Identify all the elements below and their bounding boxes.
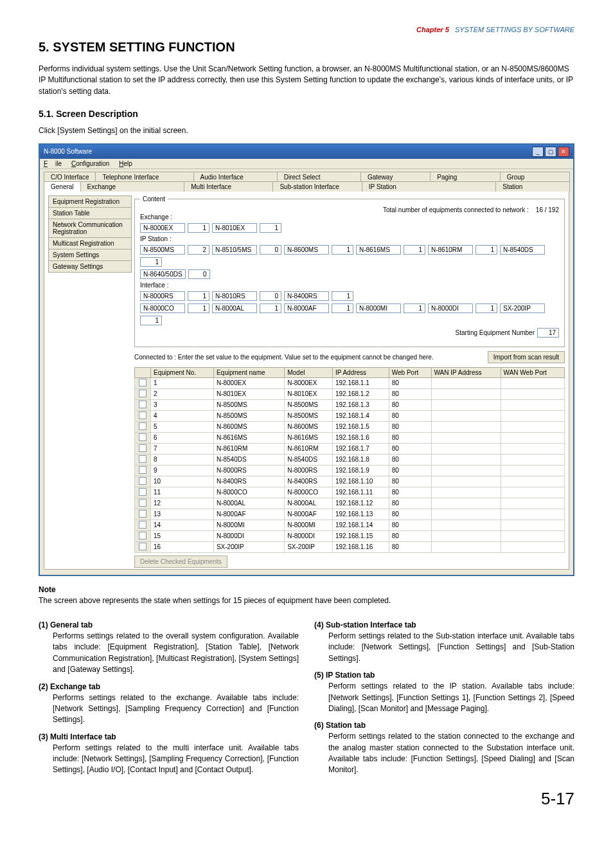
count-input[interactable]: 1 (188, 223, 209, 233)
tab-gateway[interactable]: Gateway (360, 172, 431, 182)
col-wan-port[interactable]: WAN Web Port (501, 367, 564, 377)
close-button[interactable]: ✕ (558, 147, 569, 157)
row-checkbox[interactable] (135, 476, 151, 487)
cell-no: 4 (151, 410, 214, 421)
tab-audio-interface[interactable]: Audio Interface (193, 172, 278, 182)
row-checkbox[interactable] (135, 465, 151, 476)
row-checkbox[interactable] (135, 454, 151, 465)
cell-name: SX-200IP (213, 541, 284, 552)
table-row[interactable]: 4N-8500MSN-8500MS192.168.1.480 (135, 410, 565, 421)
row-checkbox[interactable] (135, 377, 151, 388)
count-input[interactable]: 1 (332, 245, 353, 255)
row-checkbox[interactable] (135, 498, 151, 509)
count-input[interactable]: 1 (260, 223, 281, 233)
count-input[interactable]: 2 (188, 245, 209, 255)
cell-no: 15 (151, 530, 214, 541)
row-checkbox[interactable] (135, 520, 151, 530)
row-checkbox[interactable] (135, 487, 151, 498)
tab-exchange[interactable]: Exchange (80, 181, 185, 192)
table-row[interactable]: 9N-8000RSN-8000RS192.168.1.980 (135, 465, 565, 476)
row-checkbox[interactable] (135, 421, 151, 432)
minimize-button[interactable]: _ (532, 147, 544, 157)
menu-configuration[interactable]: Configuration (71, 160, 110, 167)
sidebar-item-system-settings[interactable]: System Settings (48, 249, 132, 260)
count-input[interactable]: 1 (404, 245, 425, 255)
table-row[interactable]: 8N-8540DSN-8540DS192.168.1.880 (135, 454, 565, 465)
row-checkbox[interactable] (135, 541, 151, 552)
table-row[interactable]: 15N-8000DIN-8000DI192.168.1.1580 (135, 530, 565, 541)
tab-telephone-interface[interactable]: Telephone Interface (95, 172, 193, 182)
cell-port: 80 (389, 454, 431, 465)
sec4-body: Perform settings related to the Sub-stat… (328, 631, 574, 664)
sidebar-item-equipment-registration[interactable]: Equipment Registration (48, 195, 132, 207)
row-checkbox[interactable] (135, 399, 151, 410)
tab-station[interactable]: Station (495, 181, 570, 192)
table-row[interactable]: 1N-8000EXN-8000EX192.168.1.180 (135, 377, 565, 388)
table-row[interactable]: 12N-8000ALN-8000AL192.168.1.1280 (135, 498, 565, 509)
connected-text: Connected to : Enter the set value to th… (134, 354, 481, 361)
menu-help[interactable]: Help (119, 160, 132, 167)
tab-group[interactable]: Group (500, 172, 570, 182)
cell-wan-ip (431, 410, 501, 421)
row-checkbox[interactable] (135, 410, 151, 421)
tab-ip-station[interactable]: IP Station (362, 181, 497, 192)
col-equip-no[interactable]: Equipment No. (151, 367, 214, 377)
count-input[interactable]: 1 (188, 291, 209, 301)
count-input[interactable]: 1 (140, 257, 162, 267)
row-checkbox[interactable] (135, 432, 151, 443)
count-input[interactable]: 1 (475, 245, 497, 255)
table-row[interactable]: 13N-8000AFN-8000AF192.168.1.1380 (135, 509, 565, 520)
tab-paging[interactable]: Paging (430, 172, 500, 182)
table-row[interactable]: 16SX-200IPSX-200IP192.168.1.1680 (135, 541, 565, 552)
row-checkbox[interactable] (135, 388, 151, 399)
row-checkbox[interactable] (135, 530, 151, 541)
table-row[interactable]: 7N-8610RMN-8610RM192.168.1.780 (135, 443, 565, 454)
col-webport[interactable]: Web Port (389, 367, 431, 377)
table-row[interactable]: 2N-8010EXN-8010EX192.168.1.280 (135, 388, 565, 399)
import-button[interactable]: Import from scan result (488, 351, 565, 363)
exchange-label: Exchange : (140, 213, 559, 221)
cell-model: N-8000DI (285, 530, 333, 541)
tab-direct-select[interactable]: Direct Select (277, 172, 361, 182)
col-equip-name[interactable]: Equipment name (213, 367, 284, 377)
count-input[interactable]: 0 (260, 245, 281, 255)
ipstation-row2: N-8640/50DS 0 (140, 269, 559, 279)
count-input[interactable]: 1 (188, 303, 209, 313)
count-input[interactable]: 1 (140, 316, 162, 325)
cell-ip: 192.168.1.6 (332, 432, 389, 443)
count-input[interactable]: 1 (332, 291, 353, 301)
sidebar-item-gateway-settings[interactable]: Gateway Settings (48, 260, 132, 273)
count-input[interactable]: 1 (260, 303, 281, 313)
col-wan-ip[interactable]: WAN IP Address (431, 367, 501, 377)
table-row[interactable]: 6N-8616MSN-8616MS192.168.1.680 (135, 432, 565, 443)
tab-substation-interface[interactable]: Sub-station Interface (272, 181, 362, 192)
tab-general[interactable]: General (44, 181, 81, 192)
sidebar-item-network-comm-registration[interactable]: Network Communication Registration (48, 219, 132, 237)
content-legend: Content (140, 195, 168, 203)
table-row[interactable]: 14N-8000MIN-8000MI192.168.1.1480 (135, 520, 565, 530)
menu-file[interactable]: File (44, 160, 62, 167)
table-row[interactable]: 10N-8400RSN-8400RS192.168.1.1080 (135, 476, 565, 487)
count-input[interactable]: 1 (332, 303, 353, 313)
table-row[interactable]: 11N-8000CON-8000CO192.168.1.1180 (135, 487, 565, 498)
row-checkbox[interactable] (135, 509, 151, 520)
cell-wan-ip (431, 476, 501, 487)
count-input[interactable]: 1 (404, 303, 425, 313)
table-row[interactable]: 3N-8500MSN-8500MS192.168.1.380 (135, 399, 565, 410)
col-ip[interactable]: IP Address (332, 367, 389, 377)
cell-model: N-8500MS (285, 399, 333, 410)
table-row[interactable]: 5N-8600MSN-8600MS192.168.1.580 (135, 421, 565, 432)
count-input[interactable]: 0 (260, 291, 281, 301)
sidebar-item-station-table[interactable]: Station Table (48, 207, 132, 219)
sidebar-item-multicast-registration[interactable]: Multicast Registration (48, 237, 132, 249)
count-input[interactable]: 1 (475, 303, 497, 313)
tab-multi-interface[interactable]: Multi Interface (184, 181, 273, 192)
delete-button[interactable]: Delete Checked Equipments (134, 556, 227, 568)
tab-co-interface[interactable]: C/O Interface (44, 172, 96, 182)
count-input[interactable]: 0 (188, 269, 210, 279)
col-model[interactable]: Model (285, 367, 333, 377)
starting-value[interactable]: 17 (537, 328, 559, 338)
col-check (135, 367, 151, 377)
maximize-button[interactable]: ▢ (545, 147, 556, 157)
row-checkbox[interactable] (135, 443, 151, 454)
